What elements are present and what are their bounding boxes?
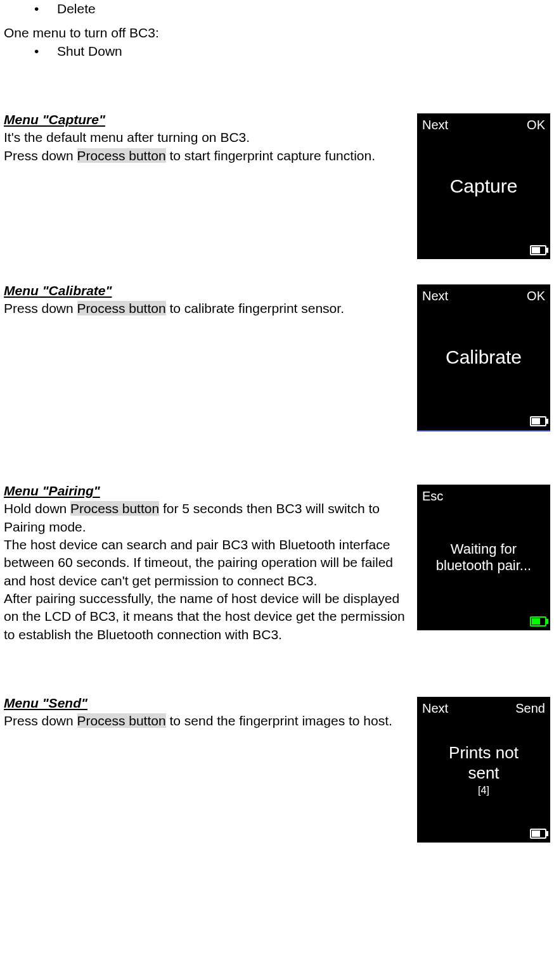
- battery-icon: [530, 245, 546, 255]
- paragraph: Press down Process button to start finge…: [4, 147, 407, 165]
- section-calibrate: Menu "Calibrate" Press down Process butt…: [4, 282, 550, 431]
- section-capture: Menu "Capture" It's the default menu aft…: [4, 111, 550, 259]
- paragraph: After pairing successfully, the name of …: [4, 590, 407, 644]
- paragraph: One menu to turn off BC3:: [4, 24, 550, 42]
- device-screen-calibrate: Next OK Calibrate: [417, 284, 550, 431]
- bullet-icon: •: [34, 0, 57, 18]
- device-screen-pairing: Esc Waiting for bluetooth pair...: [417, 485, 550, 630]
- paragraph: It's the default menu after turning on B…: [4, 129, 407, 146]
- battery-icon: [530, 829, 546, 839]
- battery-icon: [530, 616, 546, 627]
- battery-icon: [530, 416, 546, 426]
- paragraph: Press down Process button to calibrate f…: [4, 300, 407, 317]
- paragraph: Press down Process button to send the fi…: [4, 712, 407, 730]
- highlight: Process button: [77, 301, 166, 315]
- highlight: Process button: [70, 501, 159, 516]
- device-screen-capture: Next OK Capture: [417, 113, 550, 259]
- paragraph: The host device can search and pair BC3 …: [4, 536, 407, 590]
- section-heading: Menu "Pairing": [4, 482, 407, 500]
- screen-message: Prints not sent [4]: [417, 697, 550, 843]
- list-item: • Shut Down: [34, 42, 550, 60]
- list-item-label: Shut Down: [57, 42, 122, 60]
- highlight: Process button: [77, 713, 166, 728]
- screen-title: Calibrate: [417, 284, 550, 430]
- list-item-label: Delete: [57, 0, 96, 18]
- section-heading: Menu "Capture": [4, 111, 407, 129]
- section-pairing: Menu "Pairing" Hold down Process button …: [4, 482, 550, 644]
- screen-message: Waiting for bluetooth pair...: [417, 485, 550, 630]
- section-send: Menu "Send" Press down Process button to…: [4, 694, 550, 843]
- screen-title: Capture: [417, 113, 550, 259]
- section-heading: Menu "Calibrate": [4, 282, 407, 300]
- bullet-icon: •: [34, 42, 57, 60]
- count-badge: [4]: [478, 784, 489, 796]
- highlight: Process button: [77, 148, 166, 163]
- device-screen-send: Next Send Prints not sent [4]: [417, 697, 550, 843]
- list-item: • Delete: [34, 0, 550, 18]
- section-heading: Menu "Send": [4, 694, 407, 712]
- paragraph: Hold down Process button for 5 seconds t…: [4, 500, 407, 536]
